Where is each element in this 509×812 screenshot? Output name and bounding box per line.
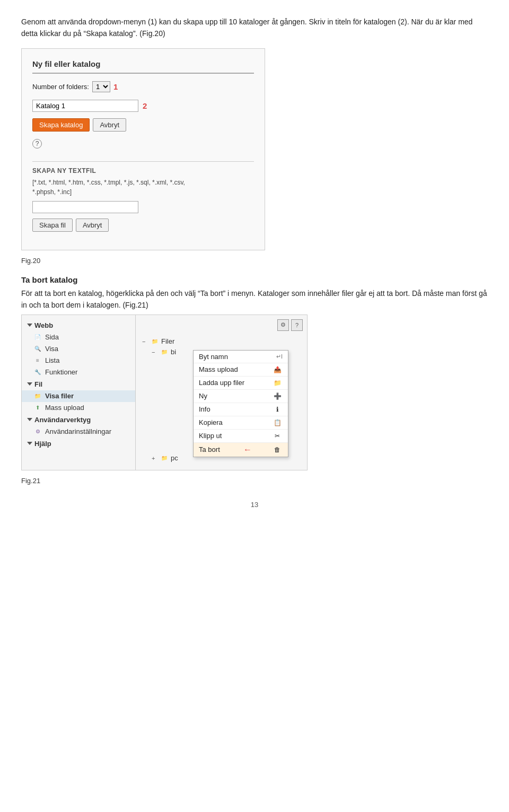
fig20-label: Fig.20 xyxy=(21,257,488,265)
page-icon: 📄 xyxy=(33,333,42,342)
file-tree: − 📁 Filer − 📁 bi Byt namn xyxy=(140,334,303,466)
file-btn-row: Skapa fil Avbryt xyxy=(32,219,254,232)
context-item-mass-upload-label: Mass upload xyxy=(199,365,238,373)
context-item-ta-bort[interactable]: Ta bort ← 🗑 xyxy=(194,443,288,457)
kopiera-icon: 📋 xyxy=(272,418,283,427)
context-item-ladda-upp[interactable]: Ladda upp filer 📁 xyxy=(194,377,288,390)
sidebar-group-anvandarverktyg: Användarverktyg xyxy=(22,414,135,426)
sidebar-group-hjalp-label: Hjälp xyxy=(34,440,51,448)
magnify-icon: 🔍 xyxy=(33,345,42,353)
section-heading-tabbort: Ta bort katalog xyxy=(21,275,488,284)
sidebar-item-funktioner-label: Funktioner xyxy=(45,368,77,376)
ta-bort-arrow-icon: ← xyxy=(243,445,252,455)
gear-toolbar-icon[interactable]: ⚙ xyxy=(277,319,289,331)
context-item-info-label: Info xyxy=(199,405,210,413)
divider xyxy=(32,161,254,162)
context-item-kopiera[interactable]: Kopiera 📋 xyxy=(194,416,288,430)
list-icon: ≡ xyxy=(33,356,42,365)
sidebar-item-visa-filer[interactable]: 📁 Visa filer xyxy=(22,390,135,402)
file-types-label: [*.txt, *.html, *.htm, *.css, *.tmpl, *.… xyxy=(32,178,254,197)
info-icon: ℹ xyxy=(272,405,283,414)
triangle-anvandar-icon xyxy=(27,418,32,421)
context-menu: Byt namn ↵I Mass upload 📤 Ladda upp file… xyxy=(193,350,288,457)
sidebar-item-anvandarinstallningar-label: Användarinställningar xyxy=(45,427,111,435)
context-item-ta-bort-label: Ta bort xyxy=(199,446,220,453)
triangle-webb-icon xyxy=(27,324,32,327)
folder-badge-2: 2 xyxy=(143,101,147,110)
mass-upload-icon: 📤 xyxy=(272,365,283,374)
help-icon-circle[interactable]: ? xyxy=(32,139,42,149)
fig20-box: Ny fil eller katalog Number of folders: … xyxy=(21,48,265,250)
wrench-icon: 🔧 xyxy=(33,368,42,377)
page-content: Genom att använda dropdown-menyn (1) kan… xyxy=(21,16,488,509)
context-item-ny[interactable]: Ny ➕ xyxy=(194,390,288,403)
context-item-ny-label: Ny xyxy=(199,392,207,400)
sidebar-group-webb-label: Webb xyxy=(34,321,53,329)
ta-bort-trash-icon: 🗑 xyxy=(272,446,283,454)
fig20-title: Ny fil eller katalog xyxy=(32,59,254,74)
context-item-klipp-ut-label: Klipp ut xyxy=(199,432,222,440)
tree-pc-plus-icon: + xyxy=(152,455,158,461)
intro-paragraph: Genom att använda dropdown-menyn (1) kan… xyxy=(21,16,488,40)
sidebar-item-visa[interactable]: 🔍 Visa xyxy=(22,343,135,355)
section-para-tabbort: För att ta bort en katalog, högerklicka … xyxy=(21,287,488,311)
context-item-kopiera-label: Kopiera xyxy=(199,418,223,426)
tree-folder-icon: 📁 xyxy=(151,337,159,346)
upload-icon: ⬆ xyxy=(33,404,42,412)
tree-bi-folder-icon: 📁 xyxy=(160,348,169,356)
sidebar-item-sida[interactable]: 📄 Sida xyxy=(22,331,135,343)
cancel-folder-button[interactable]: Avbryt xyxy=(93,118,126,132)
sidebar-item-lista-label: Lista xyxy=(45,356,59,364)
sidebar-item-anvandinstallningar[interactable]: ⚙ Användarinställningar xyxy=(22,426,135,438)
triangle-hjalp-icon xyxy=(27,442,32,445)
fig21-sidebar: Webb 📄 Sida 🔍 Visa ≡ Lista 🔧 Funktioner xyxy=(22,315,136,470)
sidebar-item-mass-upload-label: Mass upload xyxy=(45,404,84,412)
fig21-main: ⚙ ? − 📁 Filer − 📁 bi xyxy=(136,315,307,470)
tree-root-node[interactable]: − 📁 Filer xyxy=(142,336,301,347)
tree-root-label: Filer xyxy=(161,337,174,345)
create-folder-button[interactable]: Skapa katalog xyxy=(32,118,90,132)
klipp-ut-icon: ✂ xyxy=(272,432,283,440)
ladda-upp-icon: 📁 xyxy=(272,379,283,387)
create-file-button[interactable]: Skapa fil xyxy=(32,219,73,232)
new-textfile-title: SKAPA NY TEXTFIL xyxy=(32,167,254,174)
context-item-byt-namn[interactable]: Byt namn ↵I xyxy=(194,351,288,363)
tree-bi-minus-icon: − xyxy=(152,349,158,355)
sidebar-item-funktioner[interactable]: 🔧 Funktioner xyxy=(22,366,135,378)
sidebar-group-hjalp: Hjälp xyxy=(22,438,135,450)
context-item-mass-upload[interactable]: Mass upload 📤 xyxy=(194,363,288,377)
context-shortcut-byt-namn: ↵I xyxy=(276,353,283,360)
folder-count-row: Number of folders: 1 2 3 4 5 1 xyxy=(32,81,254,92)
folder-name-input[interactable] xyxy=(32,100,138,112)
fig21-container: Webb 📄 Sida 🔍 Visa ≡ Lista 🔧 Funktioner xyxy=(21,315,308,470)
help-toolbar-icon[interactable]: ? xyxy=(291,319,303,331)
fig21-toolbar: ⚙ ? xyxy=(140,319,303,331)
tree-pc-label: pc xyxy=(171,454,178,462)
tree-pc-folder-icon: 📁 xyxy=(160,454,169,462)
fig21-label: Fig.21 xyxy=(21,477,488,485)
new-file-input[interactable] xyxy=(32,201,138,213)
sidebar-group-anvandarverktyg-label: Användarverktyg xyxy=(34,416,91,424)
tree-minus-icon: − xyxy=(142,338,148,345)
context-item-ladda-upp-label: Ladda upp filer xyxy=(199,379,244,387)
context-item-byt-namn-label: Byt namn xyxy=(199,353,228,361)
tree-bi-label: bi xyxy=(171,348,176,356)
folder-input-row: 2 xyxy=(32,100,254,112)
ny-icon: ➕ xyxy=(272,392,283,400)
sidebar-item-visa-label: Visa xyxy=(45,345,58,353)
folder-count-badge: 1 xyxy=(113,82,118,91)
context-item-info[interactable]: Info ℹ xyxy=(194,403,288,416)
context-item-klipp-ut[interactable]: Klipp ut ✂ xyxy=(194,430,288,443)
folder-icon: 📁 xyxy=(33,392,42,400)
sidebar-group-fil: Fil xyxy=(22,378,135,390)
folder-btn-row: Skapa katalog Avbryt xyxy=(32,118,254,132)
sidebar-item-visa-filer-label: Visa filer xyxy=(45,392,74,400)
sidebar-item-mass-upload[interactable]: ⬆ Mass upload xyxy=(22,402,135,414)
sidebar-item-lista[interactable]: ≡ Lista xyxy=(22,355,135,366)
page-number: 13 xyxy=(21,501,488,509)
folder-count-select[interactable]: 1 2 3 4 5 xyxy=(92,81,110,92)
cancel-file-button[interactable]: Avbryt xyxy=(76,219,109,232)
sidebar-group-webb: Webb xyxy=(22,319,135,331)
sidebar-group-fil-label: Fil xyxy=(34,380,42,388)
folder-count-label: Number of folders: xyxy=(32,83,89,91)
